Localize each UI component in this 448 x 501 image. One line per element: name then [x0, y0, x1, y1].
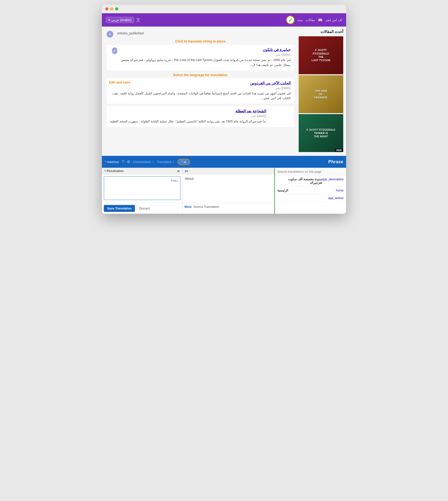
article-title-2[interactable]: الجانب الآخر من الفردوس [110, 81, 291, 85]
article-body-2: في غضون أشهر من نشره هذا الجانب من الجنة… [110, 91, 291, 101]
edit-and-save-annotation: Edit and save [109, 80, 130, 84]
book-card-1[interactable]: F. SCOTT FITZGERALD The Last Tycoon [299, 36, 346, 74]
pencil-article-icon-1 [113, 49, 116, 52]
article-date-1: {{date}} نشر [119, 53, 291, 56]
navbar: ▾ عربي (Arabic) 文 نبذة مقالات 📖 أف أس لي… [102, 13, 346, 27]
article-title-3[interactable]: الشجاعة بعد العظلة [110, 109, 266, 113]
navbar-left: ▾ عربي (Arabic) 文 [106, 17, 140, 23]
translated-filter[interactable]: Translated ✓ [157, 160, 175, 164]
language-selector[interactable]: ▾ عربي (Arabic) [106, 17, 134, 23]
ar-subheader: ar [177, 169, 180, 173]
article-body-3: بدأ فيتزجيرالد الرواية عام 1925 بعد نشر … [110, 119, 266, 124]
translation-col-search: مدونة مخصصة لأف سكوت فتزجيرالد app_descr… [275, 168, 346, 214]
article-date-3: {{date}} نشر [110, 114, 266, 118]
edit-button-highlighted[interactable] [286, 16, 295, 24]
trans-key-value-2: الرئيسية [277, 189, 288, 192]
discard-button[interactable]: Discard [137, 205, 152, 212]
select-language-annotation: Select the language for translation [173, 73, 227, 77]
pluralization-label: ^ Pluralization [104, 169, 124, 173]
article-body-1: في عام 1993 ، تم نشر نسخة جديدة من الروا… [119, 58, 291, 67]
click-annotation: Click to translate string in-place [107, 39, 294, 43]
trans-en-actions: Meta Source Translation [182, 203, 274, 210]
book-image-1: F. SCOTT FITZGERALD The Last Tycoon [299, 36, 343, 74]
translation-col-ar: ^ Pluralization ar Save Translation Disc… [102, 168, 182, 214]
phrase-brand-label: Phrase [328, 159, 343, 164]
article-block-3: الشجاعة بعد العظلة {{date}} نشر بدأ فيتز… [107, 106, 294, 127]
book-icon: 📖 [318, 18, 323, 22]
en-header-label: en [185, 169, 188, 173]
edit-float-button-left[interactable] [107, 31, 113, 37]
book-image-3: F. SCOTT FITZGERALD TENDER IS THE NIGHT … [299, 114, 343, 152]
article-title-1[interactable]: جيابيرة في تايكون [119, 48, 291, 52]
ar-language-button[interactable]: ^ ar [177, 159, 190, 165]
hide-button[interactable]: HIDE [335, 149, 343, 152]
nav-preview-link[interactable]: نبذة [298, 18, 303, 22]
sidebar-title: أحدث المقالات [299, 29, 346, 36]
book-card-3[interactable]: F. SCOTT FITZGERALD TENDER IS THE NIGHT … [299, 114, 346, 152]
chevron-down-icon: ▾ [108, 18, 110, 22]
mashour-toggle[interactable]: ^ mashour [105, 160, 119, 164]
translation-col-en: en About Meta Source Translation [182, 168, 275, 214]
book-card-2[interactable]: THIS SIDE OF PARADISE [299, 75, 346, 113]
sidebar: أحدث المقالات F. SCOTT FITZGERALD The La… [299, 27, 346, 156]
source-translation-button[interactable]: Source Translation [193, 205, 219, 209]
articles-published-label: articles_published [117, 30, 144, 36]
trans-key-row-2[interactable]: الرئيسية home [275, 187, 346, 194]
article-date-2: {{date}} نشر [110, 86, 291, 90]
meta-button[interactable]: Meta [184, 205, 192, 209]
translation-key-list: مدونة مخصصة لأف سكوت فتزجيرالد app_descr… [275, 176, 346, 202]
browser-window: ▾ عربي (Arabic) 文 نبذة مقالات 📖 أف أس لي… [102, 5, 346, 214]
article-edit-button-1[interactable] [112, 48, 117, 54]
minimize-button[interactable] [110, 7, 113, 10]
book-title-1: F. SCOTT FITZGERALD The Last Tycoon [310, 47, 332, 64]
ar-btn-label: ^ ar [181, 160, 186, 164]
nav-logo[interactable]: أف أس ليڤر [325, 18, 342, 22]
trans-key-name-3: app_author [328, 196, 344, 200]
language-label: عربي (Arabic) [112, 18, 131, 22]
book-title-3: F. SCOTT FITZGERALD TENDER IS THE NIGHT [304, 126, 337, 140]
article-block-2: الجانب الآخر من الفردوس {{date}} نشر في … [107, 78, 294, 104]
save-translation-button[interactable]: Save Translation [104, 205, 135, 212]
translate-icon: 文 [136, 17, 140, 23]
trans-key-row-1[interactable]: مدونة مخصصة لأف سكوت فتزجيرالد app_descr… [275, 176, 346, 187]
trans-en-content: About [182, 174, 274, 203]
trans-key-name-2: home [336, 189, 344, 192]
trans-body-ar [102, 174, 182, 203]
gear-icon[interactable]: ⚙ [127, 160, 130, 164]
help-icon[interactable]: ? [122, 160, 124, 164]
phrase-bar: ^ mashour ? ⚙ Untranslated ✓ Translated … [102, 156, 346, 168]
translation-panel: ^ Pluralization ar Save Translation Disc… [102, 168, 346, 214]
content-area: articles_published Click to translate st… [102, 27, 346, 156]
search-translations-input[interactable] [275, 168, 346, 176]
title-bar [102, 5, 346, 13]
main-content: articles_published Click to translate st… [102, 27, 299, 156]
untranslated-filter[interactable]: Untranslated ✓ [133, 160, 154, 164]
navbar-right: نبذة مقالات 📖 أف أس ليڤر [286, 16, 342, 24]
maximize-button[interactable] [115, 7, 118, 10]
pencil-small-icon [109, 33, 112, 35]
trans-header-en: en [182, 168, 274, 174]
trans-header-ar: ^ Pluralization ar [102, 168, 182, 174]
trans-key-value-1: مدونة مخصصة لأف سكوت فتزجيرالد [277, 177, 322, 184]
trans-key-name-1: app_description [322, 177, 344, 184]
nav-articles-link[interactable]: مقالات [305, 18, 315, 22]
trans-actions-ar: Save Translation Discard [102, 203, 182, 214]
book-title-2: THIS SIDE OF PARADISE [312, 87, 330, 101]
en-translation-value: About [185, 177, 194, 181]
article-block-1: جيابيرة في تايكون {{date}} نشر في عام 19… [107, 45, 294, 70]
translation-textarea[interactable] [104, 176, 180, 200]
close-button[interactable] [105, 7, 108, 10]
pencil-icon [288, 18, 292, 22]
trans-key-row-3[interactable]: app_author [275, 194, 346, 202]
book-image-2: THIS SIDE OF PARADISE [299, 75, 343, 113]
